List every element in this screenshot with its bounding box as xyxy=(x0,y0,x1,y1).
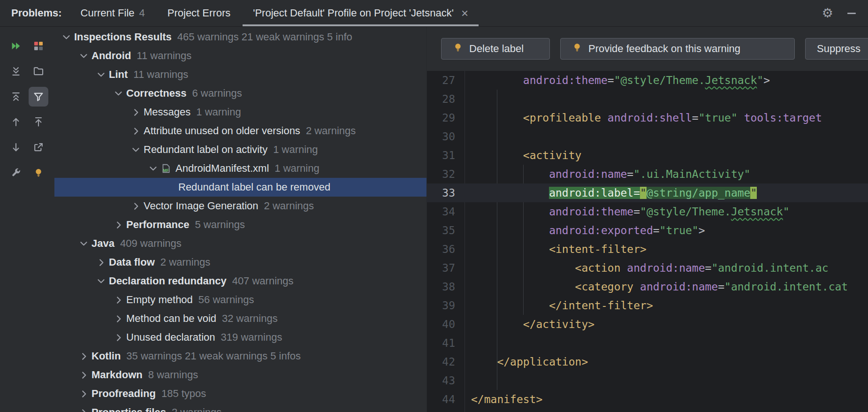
chevron-right-icon[interactable] xyxy=(76,407,91,412)
code-line[interactable]: 43 xyxy=(427,371,868,390)
tree-row[interactable]: Empty method56 warnings xyxy=(54,290,426,309)
tree-row-count: 11 warnings xyxy=(133,69,188,81)
export-icon[interactable] xyxy=(29,137,48,157)
chevron-down-icon[interactable] xyxy=(76,238,91,249)
code-line[interactable]: 29 <profileable android:shell="true" too… xyxy=(427,108,868,127)
tree-row[interactable]: Android11 warnings xyxy=(54,46,426,65)
chevron-down-icon[interactable] xyxy=(111,88,126,99)
tree-row[interactable]: Redundant label on activity1 warning xyxy=(54,140,426,159)
line-number: 31 xyxy=(427,146,464,165)
chevron-right-icon[interactable] xyxy=(111,313,126,324)
tab-current-file[interactable]: Current File4 xyxy=(69,0,156,26)
quick-fix-settings-icon[interactable] xyxy=(6,163,26,183)
collapse-all-icon[interactable] xyxy=(6,87,26,107)
chevron-right-icon[interactable] xyxy=(76,389,91,399)
tree-row-count: 1 warning xyxy=(274,162,319,175)
chevron-right-icon[interactable] xyxy=(129,201,144,211)
tree-row[interactable]: Unused declaration319 warnings xyxy=(54,328,426,347)
code-line[interactable]: 33 android:label="@string/app_name" xyxy=(427,183,868,202)
tree-row[interactable]: Attribute unused on older versions2 warn… xyxy=(54,122,426,140)
chevron-down-icon[interactable] xyxy=(146,163,161,174)
tree-row[interactable]: Correctness6 warnings xyxy=(54,84,426,103)
code-line[interactable]: 32 android:name=".ui.MainActivity" xyxy=(427,165,868,183)
code-line[interactable]: 34 android:theme="@style/Theme.Jetsnack" xyxy=(427,202,868,221)
code-text: <intent-filter> xyxy=(464,240,647,259)
code-line[interactable]: 42 </application> xyxy=(427,352,868,371)
tree-row[interactable]: Properties files2 warnings xyxy=(54,403,426,412)
code-line[interactable]: 37 <action android:name="android.intent.… xyxy=(427,259,868,277)
chevron-down-icon[interactable] xyxy=(94,276,109,286)
line-number: 39 xyxy=(427,296,464,315)
rerun-inspection-icon[interactable] xyxy=(6,36,26,56)
chevron-right-icon[interactable] xyxy=(111,332,126,343)
tree-row[interactable]: Kotlin35 warnings 21 weak warnings 5 inf… xyxy=(54,347,426,366)
tree-row[interactable]: Java409 warnings xyxy=(54,234,426,253)
code-text: android:theme="@style/Theme.Jetsnack"> xyxy=(464,71,770,90)
code-line[interactable]: 38 <category android:name="android.inten… xyxy=(427,277,868,296)
preview-lightbulb-icon[interactable] xyxy=(29,163,48,183)
chevron-right-icon[interactable] xyxy=(111,295,126,305)
chevron-down-icon[interactable] xyxy=(129,145,144,155)
chevron-right-icon[interactable] xyxy=(129,107,144,117)
tree-row-label: Markdown xyxy=(91,369,143,381)
move-to-top-icon[interactable] xyxy=(29,112,48,132)
tree-row[interactable]: MFAndroidManifest.xml1 warning xyxy=(54,159,426,178)
chevron-right-icon[interactable] xyxy=(76,351,91,361)
delete-label-button[interactable]: Delete label xyxy=(441,38,550,60)
action-button-label: Provide feedback on this warning xyxy=(588,43,740,55)
code-line[interactable]: 30 xyxy=(427,127,868,146)
code-line[interactable]: 44</manifest> xyxy=(427,390,868,409)
chevron-right-icon[interactable] xyxy=(111,220,126,230)
tree-row[interactable]: Redundant label can be removed xyxy=(54,178,426,197)
group-by-folder-icon[interactable] xyxy=(29,61,48,81)
tree-row[interactable]: Declaration redundancy407 warnings xyxy=(54,272,426,290)
code-text: <action android:name="android.intent.ac xyxy=(464,259,829,277)
tree-row-label: Proofreading xyxy=(91,388,156,400)
code-line[interactable]: 31 <activity xyxy=(427,146,868,165)
code-line[interactable]: 28 xyxy=(427,90,868,108)
provide-feedback-on-this-warning-button[interactable]: Provide feedback on this warning xyxy=(560,38,795,60)
tree-row[interactable]: Messages1 warning xyxy=(54,103,426,122)
code-line[interactable]: 36 <intent-filter> xyxy=(427,240,868,259)
code-line[interactable]: 39 </intent-filter> xyxy=(427,296,868,315)
tree-row[interactable]: Inspections Results465 warnings 21 weak … xyxy=(54,28,426,46)
tree-row[interactable]: Lint11 warnings xyxy=(54,65,426,84)
tree-row[interactable]: Method can be void32 warnings xyxy=(54,309,426,328)
hide-icon[interactable] xyxy=(847,13,856,14)
next-problem-icon[interactable] xyxy=(6,137,26,157)
tree-row[interactable]: Proofreading185 typos xyxy=(54,384,426,403)
inspection-profile-icon[interactable] xyxy=(29,36,48,56)
tab-close-icon[interactable]: × xyxy=(461,7,468,19)
inspection-tree: Inspections Results465 warnings 21 weak … xyxy=(54,27,426,412)
tree-row-label: Messages xyxy=(144,106,190,118)
settings-gear-icon[interactable]: ⚙ xyxy=(822,7,833,20)
expand-all-icon[interactable] xyxy=(6,61,26,81)
code-text: </application> xyxy=(464,352,588,371)
suppress-button[interactable]: Suppress xyxy=(805,38,868,60)
chevron-down-icon[interactable] xyxy=(94,69,109,80)
code-text: <activity xyxy=(464,146,581,165)
code-line[interactable]: 41 xyxy=(427,334,868,352)
tab-project-errors[interactable]: Project Errors xyxy=(156,0,242,26)
chevron-right-icon[interactable] xyxy=(94,257,109,267)
tree-row-label: Correctness xyxy=(126,87,186,99)
chevron-down-icon[interactable] xyxy=(76,51,91,61)
code-text xyxy=(464,371,471,390)
previous-problem-icon[interactable] xyxy=(6,112,26,132)
line-number: 30 xyxy=(427,127,464,146)
code-line[interactable]: 40 </activity> xyxy=(427,315,868,334)
chevron-right-icon[interactable] xyxy=(76,370,91,380)
tree-row[interactable]: Data flow2 warnings xyxy=(54,253,426,272)
chevron-right-icon[interactable] xyxy=(129,126,144,136)
code-text: android:theme="@style/Theme.Jetsnack" xyxy=(464,202,790,221)
code-line[interactable]: 35 android:exported="true"> xyxy=(427,221,868,240)
tab-label: Project Errors xyxy=(168,7,230,19)
tree-row[interactable]: Markdown8 warnings xyxy=(54,366,426,384)
tree-row-count: 2 warnings xyxy=(264,200,314,212)
tab-project-default-profile-on-project-jetsnack[interactable]: 'Project Default' Profile on Project 'Je… xyxy=(242,0,480,26)
tree-row[interactable]: Vector Image Generation2 warnings xyxy=(54,197,426,215)
filter-icon[interactable] xyxy=(29,87,48,107)
tree-row[interactable]: Performance5 warnings xyxy=(54,215,426,234)
code-line[interactable]: 27 android:theme="@style/Theme.Jetsnack"… xyxy=(427,71,868,90)
chevron-down-icon[interactable] xyxy=(59,32,74,42)
